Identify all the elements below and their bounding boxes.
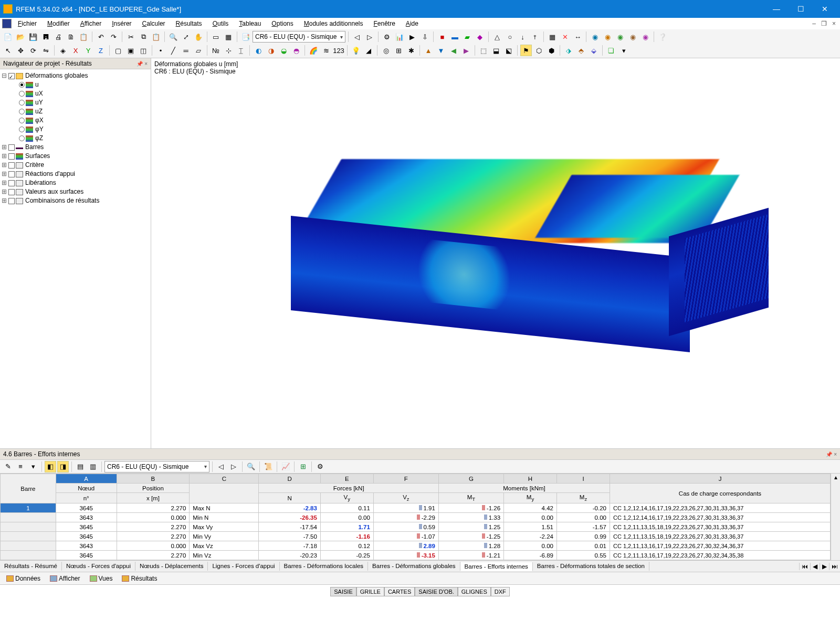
prev-icon[interactable]: ◁ — [351, 31, 363, 43]
tree-uy[interactable]: uY — [34, 98, 44, 107]
results-settings-icon[interactable]: ⚙ — [314, 461, 326, 472]
cut-icon[interactable]: ✂ — [125, 31, 136, 43]
support-icon[interactable]: △ — [491, 31, 503, 43]
tool-k-icon[interactable]: ⬘ — [575, 45, 587, 56]
cell[interactable] — [1, 541, 56, 551]
tab-first-icon[interactable]: ⏮ — [799, 563, 810, 570]
results-tab[interactable]: Barres - Déformations totales de section — [533, 562, 649, 571]
cell[interactable]: CC 1,2,11,13,16,17,19,22,23,26,27,30,32,… — [610, 541, 831, 551]
tree-u[interactable]: u — [34, 80, 40, 89]
saveas-icon[interactable]: 🖪 — [40, 31, 51, 43]
open-file-icon[interactable]: 📂 — [15, 31, 26, 43]
cell[interactable]: Min N — [190, 513, 259, 522]
cell[interactable]: CC 1,2,11,13,15,18,19,22,23,26,27,30,31,… — [610, 522, 831, 532]
results-tab[interactable]: Nœuds - Déplacements — [135, 562, 208, 571]
check-valeurs[interactable] — [8, 189, 15, 195]
save-icon[interactable]: 💾 — [27, 31, 39, 43]
results-next-icon[interactable]: ▷ — [228, 461, 239, 472]
tab-prev-icon[interactable]: ◀ — [810, 563, 820, 570]
status-grille[interactable]: GRILLE — [356, 587, 384, 596]
cell[interactable]: 0.00 — [556, 513, 610, 522]
view-x-icon[interactable]: X — [70, 45, 81, 56]
tool-l-icon[interactable]: ⬙ — [588, 45, 600, 56]
cell[interactable]: -1.57 — [556, 522, 610, 532]
menu-aide[interactable]: Aide — [402, 19, 423, 28]
check-surfaces[interactable] — [8, 153, 15, 160]
dropdown-icon[interactable]: ▾ — [618, 45, 629, 56]
colF[interactable]: F — [373, 474, 438, 484]
module5-icon[interactable]: ◉ — [639, 31, 651, 43]
results-tab[interactable]: Barres - Efforts internes — [460, 562, 533, 571]
menu-calculer[interactable]: Calculer — [138, 19, 170, 28]
cell[interactable]: 0.99 — [556, 532, 610, 541]
table-row[interactable]: 36452.270Min Vz-20.23-0.25-3.15-1.21-6.8… — [1, 551, 831, 560]
cell[interactable]: -1.21 — [438, 551, 503, 560]
cell[interactable] — [1, 513, 56, 522]
tree-reactions[interactable]: Réactions d'appui — [24, 170, 76, 178]
results-excel-icon[interactable]: ⊞ — [297, 461, 309, 472]
model-canvas[interactable] — [183, 106, 808, 427]
colG[interactable]: G — [438, 474, 503, 484]
cell[interactable]: -20.23 — [259, 551, 320, 560]
view-z-icon[interactable]: Z — [95, 45, 107, 56]
polar-icon[interactable]: ✱ — [405, 45, 417, 56]
tab-last-icon[interactable]: ⏭ — [829, 563, 840, 570]
select-icon[interactable]: ↖ — [2, 45, 14, 56]
tool-a-icon[interactable]: ▲ — [423, 45, 434, 56]
menu-outils[interactable]: Outils — [208, 19, 233, 28]
cell[interactable]: 2.270 — [117, 503, 190, 513]
rotate-icon[interactable]: ⟳ — [27, 45, 39, 56]
cell[interactable]: 3645 — [56, 522, 117, 532]
cell[interactable]: -26.35 — [259, 513, 320, 522]
mdi-close[interactable]: × — [830, 20, 838, 27]
new-file-icon[interactable]: 📄 — [2, 31, 14, 43]
tool-g-icon[interactable]: ⬕ — [503, 45, 514, 56]
tool-f-icon[interactable]: ⬓ — [490, 45, 502, 56]
cell[interactable]: -17.54 — [259, 522, 320, 532]
cell[interactable]: -7.50 — [259, 532, 320, 541]
cell[interactable]: 1.28 — [438, 541, 503, 551]
lineload-icon[interactable]: ⫯ — [529, 31, 541, 43]
radio-phiy[interactable] — [19, 127, 25, 132]
navtab-vues[interactable]: Vues — [86, 574, 117, 583]
col-barre[interactable]: Barre — [1, 474, 56, 503]
results-find-icon[interactable]: 🔍 — [245, 461, 257, 472]
tool-j-icon[interactable]: ⬗ — [563, 45, 574, 56]
window-single-icon[interactable]: ▭ — [210, 31, 222, 43]
cell[interactable]: CC 1,2,12,14,16,17,19,22,23,26,27,30,31,… — [610, 513, 831, 522]
tool-h-icon[interactable]: ⬡ — [533, 45, 544, 56]
view-y-icon[interactable]: Y — [82, 45, 94, 56]
check-barres[interactable] — [8, 144, 15, 151]
filter-node-icon[interactable]: • — [155, 45, 166, 56]
table-row[interactable]: 36430.000Min N-26.350.00-2.291.330.000.0… — [1, 513, 831, 522]
cell[interactable]: Min Vy — [190, 532, 259, 541]
loadcase-combo[interactable]: CR6 - ELU (EQU) - Sismique — [253, 31, 345, 43]
cell[interactable]: 3645 — [56, 551, 117, 560]
tree-phiz[interactable]: φZ — [34, 134, 44, 143]
snap-icon[interactable]: ◎ — [380, 45, 392, 56]
cell[interactable]: Min Vz — [190, 551, 259, 560]
results-icon[interactable]: 📊 — [394, 31, 405, 43]
cell[interactable] — [1, 522, 56, 532]
navtab-donnees[interactable]: Données — [2, 574, 45, 583]
table-row[interactable]: 36452.270Min Vy-7.50-1.16-1.07-1.25-2.24… — [1, 532, 831, 541]
redo-icon[interactable]: ↷ — [108, 31, 119, 43]
tool-e-icon[interactable]: ⬚ — [478, 45, 489, 56]
results-tab[interactable]: Barres - Déformations globales — [368, 562, 460, 571]
module3-icon[interactable]: ◉ — [614, 31, 626, 43]
mdi-system-icon[interactable] — [2, 19, 12, 28]
tree-check-root[interactable] — [8, 73, 15, 79]
tab-next-icon[interactable]: ▶ — [820, 563, 829, 570]
cell[interactable]: Max Vy — [190, 522, 259, 532]
cell[interactable]: 3645 — [56, 532, 117, 541]
viewport-3d[interactable]: Déformations globales u [mm] CR6 : ELU (… — [151, 58, 840, 448]
radio-uz[interactable] — [19, 109, 25, 114]
dimension-icon[interactable]: ↔ — [572, 31, 583, 43]
grid-row-icon[interactable]: ≡ — [15, 461, 26, 472]
window-multi-icon[interactable]: ▦ — [223, 31, 234, 43]
tree-critere[interactable]: Critère — [24, 161, 45, 170]
tool-b-icon[interactable]: ▼ — [435, 45, 447, 56]
maximize-button[interactable]: ☐ — [789, 2, 813, 16]
cell[interactable]: -1.16 — [320, 532, 373, 541]
help-icon[interactable]: ❔ — [657, 31, 668, 43]
